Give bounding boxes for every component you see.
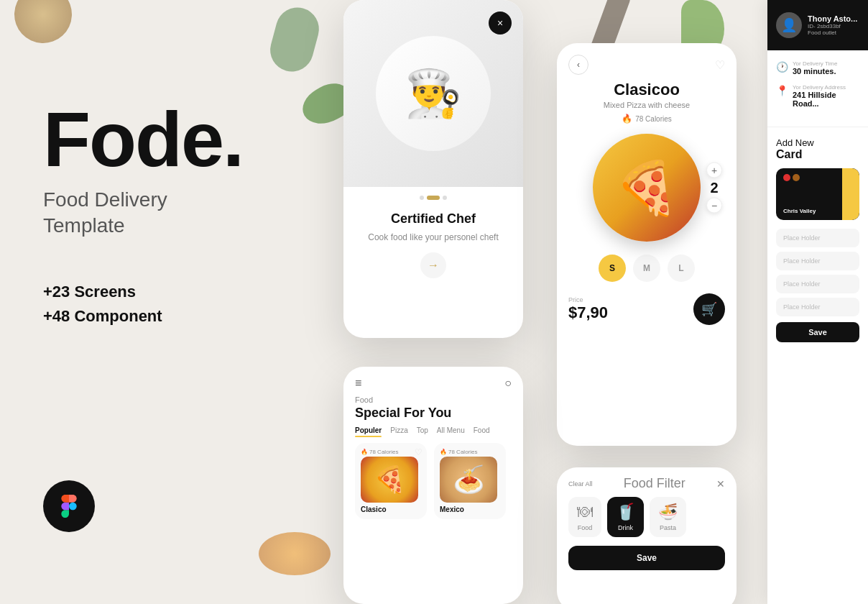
bg-veggie bbox=[259, 532, 331, 575]
chef-content: Certified Chef Cook food like your perso… bbox=[354, 206, 512, 338]
card-dot-red bbox=[783, 174, 790, 181]
save-card-button[interactable]: Save bbox=[776, 322, 859, 342]
food-2-calories: 🔥 78 Calories bbox=[440, 449, 500, 455]
card-field-4[interactable]: Place Holder bbox=[776, 298, 859, 316]
food-subtitle: Food bbox=[343, 395, 523, 404]
dot-2-active bbox=[427, 196, 440, 200]
filter-save-button[interactable]: Save bbox=[568, 546, 725, 570]
delivery-time-label: Yor Delivery Time bbox=[793, 60, 837, 67]
food-1-image: 🍕 bbox=[361, 457, 418, 503]
tab-populer[interactable]: Populer bbox=[355, 426, 382, 437]
bg-decor-2 bbox=[265, 3, 323, 76]
add-to-cart-button[interactable]: 🛒 bbox=[693, 293, 725, 325]
food-category-icon: 🍽 bbox=[577, 503, 593, 521]
fire-icon: 🔥 bbox=[622, 114, 632, 124]
delivery-time-row: 🕐 Yor Delivery Time 30 minutes. bbox=[776, 60, 859, 76]
filter-pasta-button[interactable]: 🍜 Pasta bbox=[650, 497, 686, 537]
bg-decor-1 bbox=[6, 0, 80, 51]
size-options: S M L bbox=[557, 249, 737, 288]
price-info: Price $7,90 bbox=[568, 296, 608, 322]
phone-food-filter: Clear All Food Filter ✕ 🍽 Food 🥤 Drink 🍜… bbox=[557, 467, 737, 604]
right-panel: 👤 Thony Asto... ID- 2sbd33bf Food outlet… bbox=[767, 0, 868, 604]
screens-count: +23 Screens bbox=[43, 283, 316, 301]
hero-stats: +23 Screens +48 Component bbox=[43, 283, 316, 326]
tab-top[interactable]: Top bbox=[417, 426, 428, 437]
delivery-address-value: 241 Hillside Road... bbox=[793, 91, 859, 108]
size-m-button[interactable]: M bbox=[633, 255, 660, 282]
filter-title: Food Filter bbox=[624, 476, 685, 491]
food-cards: 🔥 78 Calories 🍕 ♡ Clasico 🔥 78 Calories … bbox=[343, 443, 523, 519]
favorite-icon[interactable]: ♡ bbox=[715, 58, 725, 72]
location-icon: 📍 bbox=[776, 85, 788, 96]
quantity-control: + 2 − bbox=[706, 163, 722, 214]
food-1-favorite-icon[interactable]: ♡ bbox=[415, 447, 423, 457]
food-list-header: ≡ ○ bbox=[343, 367, 523, 395]
food-title: Special For You bbox=[343, 404, 523, 426]
phone-chef-screen: 👨‍🍳 × Certified Chef Cook food like your… bbox=[343, 0, 523, 338]
user-id: ID- 2sbd33bf bbox=[808, 23, 859, 29]
calories-badge: 🔥 78 Calories bbox=[557, 114, 737, 124]
pasta-category-icon: 🍜 bbox=[658, 503, 678, 521]
food-card-1: 🔥 78 Calories 🍕 ♡ Clasico bbox=[355, 443, 427, 519]
size-s-button[interactable]: S bbox=[599, 255, 626, 282]
next-arrow-button[interactable]: → bbox=[420, 252, 446, 278]
price-value: $7,90 bbox=[568, 303, 608, 322]
components-count: +48 Component bbox=[43, 307, 316, 326]
filter-close-button[interactable]: ✕ bbox=[716, 478, 725, 490]
app-tagline: Food Delivery Template bbox=[43, 187, 316, 239]
chef-image: 👨‍🍳 × bbox=[343, 0, 523, 187]
delivery-address-info: Yor Delivery Address 241 Hillside Road..… bbox=[793, 84, 859, 108]
delivery-info: 🕐 Yor Delivery Time 30 minutes. 📍 Yor De… bbox=[767, 50, 868, 127]
delivery-address-row: 📍 Yor Delivery Address 241 Hillside Road… bbox=[776, 84, 859, 108]
size-l-button[interactable]: L bbox=[668, 255, 695, 282]
filter-title-group: Clear All bbox=[568, 480, 593, 488]
tab-pizza[interactable]: Pizza bbox=[390, 426, 407, 437]
clear-all-button[interactable]: Clear All bbox=[568, 480, 593, 488]
fire-icon-2: 🔥 bbox=[440, 449, 447, 455]
close-button[interactable]: × bbox=[489, 12, 512, 35]
delivery-time-info: Yor Delivery Time 30 minutes. bbox=[793, 60, 837, 76]
back-button[interactable]: ‹ bbox=[568, 55, 588, 75]
card-field-3[interactable]: Place Holder bbox=[776, 275, 859, 293]
quantity-increase[interactable]: + bbox=[706, 163, 722, 178]
delivery-address-label: Yor Delivery Address bbox=[793, 84, 859, 91]
user-name: Thony Asto... bbox=[808, 14, 859, 23]
phone-pizza-detail: ‹ ♡ Clasicoo Mixed Pizza with cheese 🔥 7… bbox=[557, 43, 737, 446]
food-2-name: Mexico bbox=[440, 505, 500, 513]
search-icon[interactable]: ○ bbox=[504, 377, 512, 390]
delivery-time-value: 30 minutes. bbox=[793, 67, 837, 76]
card-accent-strip bbox=[842, 168, 859, 220]
card-field-1[interactable]: Place Holder bbox=[776, 229, 859, 247]
food-card-2: 🔥 78 Calories 🍝 Mexico bbox=[434, 443, 506, 519]
user-avatar: 👤 bbox=[776, 12, 802, 38]
price-row: Price $7,90 🛒 bbox=[557, 288, 737, 334]
figma-badge[interactable] bbox=[43, 480, 95, 532]
dot-3 bbox=[443, 196, 447, 200]
pizza-header: ‹ ♡ bbox=[557, 43, 737, 81]
pizza-description: Mixed Pizza with cheese bbox=[557, 99, 737, 111]
card-visual: Chris Valley ⋯ bbox=[776, 168, 859, 220]
tab-all-menu[interactable]: All Menu bbox=[437, 426, 465, 437]
pizza-image: 🍕 bbox=[593, 134, 701, 242]
filter-drink-button[interactable]: 🥤 Drink bbox=[607, 497, 644, 537]
user-profile-bar: 👤 Thony Asto... ID- 2sbd33bf Food outlet bbox=[767, 0, 868, 50]
phone-food-list: ≡ ○ Food Special For You Populer Pizza T… bbox=[343, 367, 523, 604]
food-2-image: 🍝 bbox=[440, 457, 497, 503]
card-field-2[interactable]: Place Holder bbox=[776, 252, 859, 270]
hero-section: Fode. Food Delivery Template +23 Screens… bbox=[43, 101, 316, 331]
clock-icon: 🕐 bbox=[776, 61, 788, 73]
food-1-calories: 🔥 78 Calories bbox=[361, 449, 421, 455]
filter-header: Clear All Food Filter ✕ bbox=[557, 467, 737, 497]
card-holder-name: Chris Valley bbox=[783, 208, 816, 214]
user-info: Thony Asto... ID- 2sbd33bf Food outlet bbox=[808, 14, 859, 36]
hamburger-menu-icon[interactable]: ≡ bbox=[355, 377, 361, 390]
pizza-image-container: 🍕 + 2 − bbox=[557, 127, 737, 249]
tab-food[interactable]: Food bbox=[474, 426, 490, 437]
card-dot-orange bbox=[793, 174, 800, 181]
quantity-decrease[interactable]: − bbox=[706, 198, 722, 214]
filter-food-button[interactable]: 🍽 Food bbox=[568, 497, 601, 537]
food-1-name: Clasico bbox=[361, 505, 421, 513]
quantity-value: 2 bbox=[710, 180, 718, 196]
app-title: Fode. bbox=[43, 101, 316, 178]
add-card-title: Add New bbox=[776, 137, 859, 148]
